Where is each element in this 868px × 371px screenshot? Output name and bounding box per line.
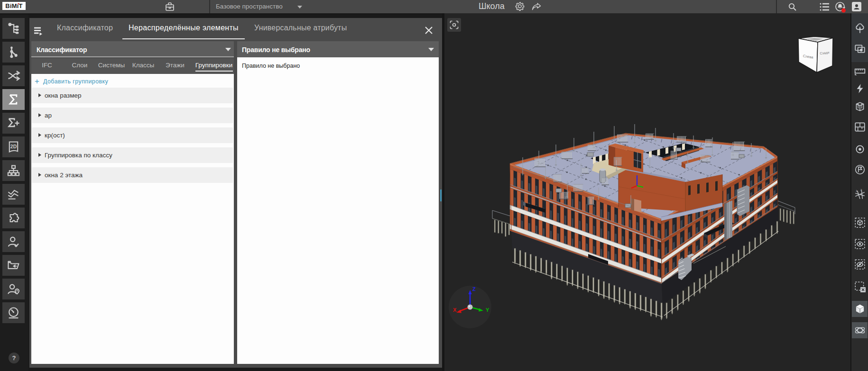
svg-text:X: X — [453, 307, 457, 313]
svg-text:2D: 2D — [10, 144, 17, 149]
svg-text:Z: Z — [472, 286, 476, 292]
svg-text:Y: Y — [486, 307, 489, 313]
svg-text:2: 2 — [860, 189, 862, 191]
